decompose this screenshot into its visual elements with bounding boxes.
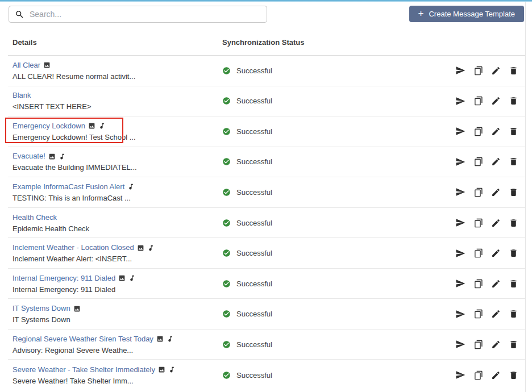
send-button[interactable] xyxy=(455,248,466,258)
delete-icon xyxy=(509,157,518,166)
delete-icon xyxy=(509,279,518,289)
edit-button[interactable] xyxy=(491,127,501,136)
send-icon xyxy=(455,126,466,136)
send-button[interactable] xyxy=(455,278,466,289)
edit-button[interactable] xyxy=(491,370,501,380)
template-title-link[interactable]: Severe Weather - Take Shelter Immediatel… xyxy=(13,365,155,374)
send-button[interactable] xyxy=(455,309,466,319)
edit-button[interactable] xyxy=(491,279,501,289)
edit-button[interactable] xyxy=(491,96,501,106)
copy-button[interactable] xyxy=(473,340,483,349)
send-button[interactable] xyxy=(455,339,466,349)
table-row: IT Systems Down IT Systems Down Successf… xyxy=(8,299,525,330)
delete-button[interactable] xyxy=(509,157,518,166)
copy-button[interactable] xyxy=(473,157,483,166)
template-preview-text: Severe Weather! Take Shelter Imm... xyxy=(13,377,219,385)
send-icon xyxy=(455,309,466,319)
sync-status: Successful xyxy=(219,188,446,197)
copy-icon xyxy=(473,309,483,319)
send-button[interactable] xyxy=(455,218,466,228)
audio-attachment-icon xyxy=(168,366,176,373)
copy-button[interactable] xyxy=(473,127,483,136)
send-icon xyxy=(455,65,466,76)
delete-icon xyxy=(509,66,518,76)
edit-icon xyxy=(491,157,501,166)
template-title-link[interactable]: Evacuate! xyxy=(13,152,45,161)
delete-button[interactable] xyxy=(509,127,518,136)
delete-button[interactable] xyxy=(509,309,518,319)
send-button[interactable] xyxy=(455,370,466,380)
edit-button[interactable] xyxy=(491,248,501,258)
audio-attachment-icon xyxy=(127,183,135,190)
template-title-link[interactable]: Regional Severe Weather Siren Test Today xyxy=(13,335,153,344)
template-title-link[interactable]: Inclement Weather - Location Closed xyxy=(13,243,134,252)
copy-button[interactable] xyxy=(473,248,483,258)
edit-button[interactable] xyxy=(491,157,501,166)
template-preview-text: Inclement Weather Alert: <INSERT... xyxy=(13,255,219,263)
template-title-link[interactable]: Health Check xyxy=(13,213,57,222)
template-title-link[interactable]: Blank xyxy=(13,91,31,100)
send-button[interactable] xyxy=(455,96,466,106)
delete-icon xyxy=(509,340,518,349)
send-button[interactable] xyxy=(455,126,466,136)
sync-status: Successful xyxy=(219,157,446,166)
delete-button[interactable] xyxy=(509,66,518,76)
template-title-link[interactable]: Example InformaCast Fusion Alert xyxy=(13,182,124,191)
delete-button[interactable] xyxy=(509,370,518,380)
template-title-link[interactable]: Emergency Lockdown xyxy=(13,122,85,131)
delete-icon xyxy=(509,218,518,228)
create-button-label: Create Message Template xyxy=(429,10,515,18)
delete-button[interactable] xyxy=(509,340,518,349)
image-attachment-icon xyxy=(137,244,144,252)
edit-icon xyxy=(491,218,501,228)
send-icon xyxy=(455,187,466,197)
edit-icon xyxy=(491,370,501,380)
send-button[interactable] xyxy=(455,187,466,197)
sync-status: Successful xyxy=(219,127,446,136)
sync-status-text: Successful xyxy=(236,66,272,75)
template-title-link[interactable]: IT Systems Down xyxy=(13,304,70,313)
delete-button[interactable] xyxy=(509,218,518,228)
edit-icon xyxy=(491,66,501,76)
edit-button[interactable] xyxy=(491,309,501,319)
delete-button[interactable] xyxy=(509,279,518,289)
send-icon xyxy=(455,370,466,380)
edit-button[interactable] xyxy=(491,66,501,76)
delete-button[interactable] xyxy=(509,96,518,106)
template-preview-text: Advisory: Regional Severe Weathe... xyxy=(13,346,219,355)
copy-button[interactable] xyxy=(473,96,483,106)
copy-icon xyxy=(473,279,483,289)
table-row: Health Check Epidemic Health Check Succe… xyxy=(8,208,525,239)
search-input[interactable] xyxy=(30,10,261,19)
delete-button[interactable] xyxy=(509,248,518,258)
create-message-template-button[interactable]: + Create Message Template xyxy=(409,6,524,22)
template-title-link[interactable]: Internal Emergency: 911 Dialed xyxy=(13,274,115,283)
send-icon xyxy=(455,96,466,106)
image-attachment-icon xyxy=(88,122,95,130)
delete-button[interactable] xyxy=(509,187,518,197)
template-details: Evacuate! Evacuate the Building IMMEDIAT… xyxy=(8,152,219,172)
success-check-icon xyxy=(222,249,231,257)
send-icon xyxy=(455,218,466,228)
edit-icon xyxy=(491,340,501,349)
copy-button[interactable] xyxy=(473,66,483,76)
send-button[interactable] xyxy=(455,65,466,76)
template-preview-text: ALL CLEAR! Resume normal activit... xyxy=(13,72,219,81)
row-actions xyxy=(446,309,525,319)
edit-button[interactable] xyxy=(491,340,501,349)
sync-status-text: Successful xyxy=(236,188,272,197)
audio-attachment-icon xyxy=(128,274,136,282)
copy-button[interactable] xyxy=(473,370,483,380)
copy-button[interactable] xyxy=(473,187,483,197)
edit-button[interactable] xyxy=(491,187,501,197)
send-button[interactable] xyxy=(455,157,466,167)
row-actions xyxy=(446,278,525,289)
search-box[interactable] xyxy=(9,6,267,23)
plus-icon: + xyxy=(418,9,424,18)
copy-button[interactable] xyxy=(473,279,483,289)
table-body: All Clear ALL CLEAR! Resume normal activ… xyxy=(8,56,525,390)
template-title-link[interactable]: All Clear xyxy=(13,61,40,70)
copy-button[interactable] xyxy=(473,309,483,319)
edit-button[interactable] xyxy=(491,218,501,228)
copy-button[interactable] xyxy=(473,218,483,228)
